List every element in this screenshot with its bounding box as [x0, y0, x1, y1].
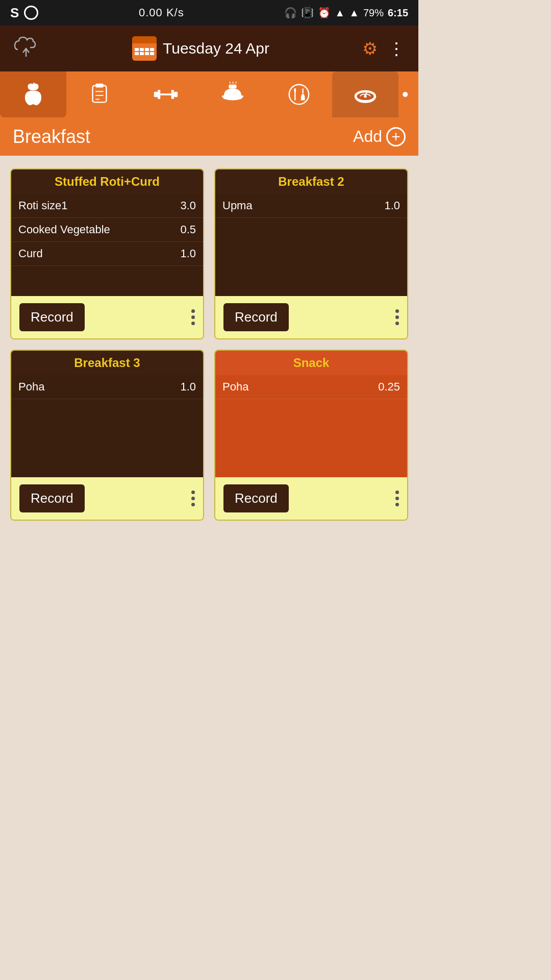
dot — [395, 315, 399, 319]
item-qty: 1.0 — [180, 247, 196, 260]
tab-bar — [0, 71, 418, 117]
headphone-icon: 🎧 — [284, 7, 297, 19]
record-button-2[interactable]: Record — [223, 303, 289, 331]
card2-header: Breakfast 2 — [215, 169, 407, 194]
dot — [395, 497, 399, 500]
meal-card-3: Breakfast 3 Poha 1.0 Record — [10, 350, 204, 521]
card3-title: Breakfast 3 — [74, 356, 140, 370]
tab-weight[interactable] — [332, 71, 398, 117]
card1-header: Stuffed Roti+Curd — [11, 169, 203, 194]
status-bar: S 0.00 K/s 🎧 📳 ⏰ ▲ ▲ 79% 6:15 — [0, 0, 418, 26]
vibrate-icon: 📳 — [301, 7, 314, 19]
svg-rect-10 — [171, 90, 174, 99]
meal-card-4: Snack Poha 0.25 Record — [214, 350, 408, 521]
card1-footer: Record — [11, 296, 203, 338]
svg-rect-8 — [158, 90, 160, 99]
item-name: Cooked Vegetable — [18, 223, 110, 236]
tab-dining[interactable] — [266, 71, 332, 117]
card4-footer: Record — [215, 477, 407, 520]
table-row: Curd 1.0 — [11, 242, 203, 266]
card3-body: Poha 1.0 — [11, 375, 203, 477]
dot — [395, 503, 399, 506]
table-row: Poha 0.25 — [215, 375, 407, 399]
table-row: Roti size1 3.0 — [11, 194, 203, 218]
wifi-icon: ▲ — [335, 7, 345, 19]
item-name: Poha — [18, 380, 44, 394]
dot — [191, 503, 195, 506]
top-bar: Tuesday 24 Apr ⚙ ⋮ — [0, 26, 418, 71]
tab-meal[interactable] — [199, 71, 265, 117]
item-name: Upma — [222, 199, 253, 212]
more-options-1[interactable] — [191, 309, 195, 325]
cards-grid: Stuffed Roti+Curd Roti size1 3.0 Cooked … — [0, 156, 418, 533]
meal-card-2: Breakfast 2 Upma 1.0 Record — [214, 168, 408, 339]
network-speed: 0.00 K/s — [139, 6, 184, 19]
card1-title: Stuffed Roti+Curd — [55, 175, 160, 188]
calendar-icon — [132, 36, 157, 61]
upload-icon[interactable] — [13, 34, 39, 63]
svg-point-15 — [289, 85, 308, 104]
date-label: Tuesday 24 Apr — [163, 40, 269, 57]
record-button-3[interactable]: Record — [19, 484, 85, 512]
record-button-4[interactable]: Record — [223, 484, 289, 512]
item-qty: 0.5 — [180, 223, 196, 236]
svg-rect-13 — [221, 95, 243, 97]
dot — [191, 491, 195, 494]
recording-icon — [24, 6, 38, 20]
date-title: Tuesday 24 Apr — [132, 36, 269, 61]
settings-icon[interactable]: ⚙ — [362, 38, 378, 59]
dot — [191, 497, 195, 500]
more-options-2[interactable] — [395, 309, 399, 325]
card4-title: Snack — [293, 356, 330, 370]
svg-rect-14 — [229, 85, 236, 89]
more-options-4[interactable] — [395, 491, 399, 506]
tab-water[interactable] — [66, 71, 133, 117]
svg-point-22 — [364, 95, 367, 98]
item-qty: 3.0 — [180, 199, 196, 212]
status-right: 🎧 📳 ⏰ ▲ ▲ 79% 6:15 — [284, 7, 408, 19]
add-button[interactable]: Add + — [353, 127, 406, 146]
more-options-3[interactable] — [191, 491, 195, 506]
bottom-space — [0, 533, 418, 738]
dot — [395, 322, 399, 325]
record-button-1[interactable]: Record — [19, 303, 85, 331]
section-title: Breakfast — [13, 126, 90, 148]
add-label: Add — [353, 127, 382, 146]
item-name: Poha — [222, 380, 248, 394]
dot — [395, 309, 399, 313]
card1-body: Roti size1 3.0 Cooked Vegetable 0.5 Curd… — [11, 194, 203, 296]
battery-text: 79% — [363, 7, 384, 19]
item-qty: 1.0 — [384, 199, 400, 212]
svg-rect-7 — [154, 92, 158, 97]
svg-rect-11 — [174, 92, 178, 97]
item-name: Curd — [18, 247, 43, 260]
card4-body: Poha 0.25 — [215, 375, 407, 477]
table-row: Cooked Vegetable 0.5 — [11, 218, 203, 242]
signal-icon: ▲ — [349, 7, 359, 19]
meal-card-1: Stuffed Roti+Curd Roti size1 3.0 Cooked … — [10, 168, 204, 339]
table-row: Poha 1.0 — [11, 375, 203, 399]
item-qty: 0.25 — [378, 380, 400, 394]
item-qty: 1.0 — [180, 380, 196, 394]
top-bar-actions: ⚙ ⋮ — [362, 38, 406, 59]
dot — [191, 309, 195, 313]
card3-header: Breakfast 3 — [11, 351, 203, 375]
svg-point-23 — [403, 92, 408, 97]
status-left: S — [10, 5, 38, 21]
dot — [395, 491, 399, 494]
dot — [191, 315, 195, 319]
dot — [191, 322, 195, 325]
card2-body: Upma 1.0 — [215, 194, 407, 296]
section-header: Breakfast Add + — [0, 117, 418, 156]
add-circle-icon: + — [386, 127, 406, 146]
tab-more[interactable] — [398, 71, 418, 117]
card2-footer: Record — [215, 296, 407, 338]
card4-header: Snack — [215, 351, 407, 375]
skype-icon: S — [10, 5, 19, 21]
more-options-icon[interactable]: ⋮ — [388, 38, 406, 59]
tab-exercise[interactable] — [133, 71, 199, 117]
svg-rect-3 — [96, 84, 104, 88]
tab-food[interactable] — [0, 71, 66, 117]
card3-footer: Record — [11, 477, 203, 520]
alarm-icon: ⏰ — [318, 7, 331, 19]
